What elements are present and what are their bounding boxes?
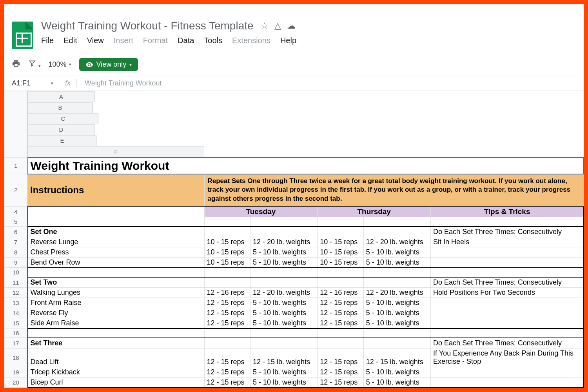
- cell[interactable]: [28, 206, 205, 217]
- cell[interactable]: 12 - 15 reps: [318, 348, 363, 367]
- cell[interactable]: [318, 227, 363, 237]
- cell-instructions-label[interactable]: Instructions: [28, 174, 205, 207]
- row-header[interactable]: 15: [4, 318, 28, 328]
- cell[interactable]: 12 - 20 lb. weights: [250, 287, 317, 298]
- cell[interactable]: 12 - 15 reps: [204, 298, 250, 308]
- col-header-B[interactable]: B: [28, 102, 93, 113]
- row-header[interactable]: 1: [4, 158, 28, 174]
- cell[interactable]: 12 - 15 reps: [204, 348, 250, 367]
- row-header[interactable]: 14: [4, 308, 28, 318]
- row-header[interactable]: 18: [4, 348, 28, 367]
- menu-edit[interactable]: Edit: [64, 36, 77, 45]
- row-header[interactable]: 12: [4, 287, 28, 298]
- cell[interactable]: [28, 328, 205, 338]
- cell[interactable]: [431, 377, 584, 388]
- row-header[interactable]: 9: [4, 257, 28, 268]
- cell[interactable]: 5 - 10 lb. weights: [250, 367, 317, 377]
- cell[interactable]: 12 - 15 reps: [318, 367, 363, 377]
- row-header[interactable]: 17: [4, 338, 28, 348]
- row-header[interactable]: 2: [4, 174, 28, 207]
- print-icon[interactable]: [12, 59, 20, 70]
- menu-format[interactable]: Format: [143, 36, 168, 45]
- cell[interactable]: [363, 328, 430, 338]
- row-header[interactable]: 6: [4, 227, 28, 237]
- name-box-dropdown-icon[interactable]: ▾: [51, 81, 53, 86]
- cell[interactable]: 12 - 15 reps: [204, 377, 250, 388]
- menu-insert[interactable]: Insert: [114, 36, 133, 45]
- cell[interactable]: [204, 227, 250, 237]
- cell-set-name[interactable]: Set Three: [28, 338, 205, 348]
- cell[interactable]: If You Experience Any Back Pain During T…: [431, 348, 584, 367]
- cell[interactable]: [431, 388, 584, 392]
- cell[interactable]: [431, 328, 584, 338]
- cell[interactable]: Bicep Curl: [28, 377, 205, 388]
- cell[interactable]: Hold Positions For Two Seconds: [431, 287, 584, 298]
- cell[interactable]: 5 - 10 lb. weights: [250, 308, 317, 318]
- menu-help[interactable]: Help: [280, 36, 296, 45]
- menu-view[interactable]: View: [87, 36, 104, 45]
- cell[interactable]: 10 - 15 reps: [204, 247, 250, 257]
- move-icon[interactable]: △: [274, 21, 281, 31]
- cell[interactable]: [431, 308, 584, 318]
- cell[interactable]: 5 - 10 lb. weights: [363, 377, 430, 388]
- cell[interactable]: [318, 328, 363, 338]
- cell[interactable]: 12 - 15 reps: [204, 367, 250, 377]
- cell[interactable]: 5 - 10 lb. weights: [363, 318, 430, 328]
- cell[interactable]: 12 - 16 reps: [318, 287, 363, 298]
- cell[interactable]: 5 - 10 lb. weights: [363, 308, 430, 318]
- spreadsheet-grid[interactable]: A B C D E F 1 Weight Training Workout 2 …: [4, 91, 584, 392]
- cell-tuesday-header[interactable]: Tuesday: [204, 206, 318, 217]
- select-all-corner[interactable]: [4, 91, 28, 158]
- cell[interactable]: [363, 388, 430, 392]
- cell-title[interactable]: Weight Training Workout: [28, 158, 584, 174]
- cell-tip[interactable]: Do Each Set Three Times; Consecutively: [431, 277, 584, 288]
- row-header[interactable]: 8: [4, 247, 28, 257]
- zoom-dropdown[interactable]: 100% ▾: [49, 60, 71, 69]
- menu-data[interactable]: Data: [178, 36, 194, 45]
- cell[interactable]: Sit In Heels: [431, 237, 584, 247]
- cell[interactable]: Dead Lift: [28, 348, 205, 367]
- col-header-E[interactable]: E: [28, 135, 96, 146]
- cell[interactable]: [204, 217, 250, 227]
- cell[interactable]: [250, 388, 317, 392]
- cell[interactable]: 12 - 15 lb. weights: [250, 348, 317, 367]
- menu-extensions[interactable]: Extensions: [232, 36, 270, 45]
- cell[interactable]: 12 - 15 reps: [204, 318, 250, 328]
- cell[interactable]: [250, 277, 317, 288]
- cell[interactable]: [431, 367, 584, 377]
- sheets-logo-icon[interactable]: [12, 22, 33, 49]
- cell-tip[interactable]: Do Each Set Three Times; Consecutively: [431, 227, 584, 237]
- cell[interactable]: 12 - 20 lb. weights: [363, 287, 430, 298]
- cell[interactable]: [318, 388, 363, 392]
- cell[interactable]: 10 - 15 reps: [318, 257, 363, 268]
- cell[interactable]: [363, 217, 430, 227]
- cell-tip[interactable]: Do Each Set Three Times; Consecutively: [431, 338, 584, 348]
- cell[interactable]: [431, 247, 584, 257]
- cell[interactable]: 10 - 15 reps: [204, 237, 250, 247]
- row-header[interactable]: 5: [4, 217, 28, 227]
- view-only-button[interactable]: View only ▾: [79, 58, 138, 71]
- cell[interactable]: [204, 388, 250, 392]
- cell-set-name[interactable]: Set Two: [28, 277, 205, 288]
- cell[interactable]: [204, 277, 250, 288]
- cell-set-name[interactable]: Set One: [28, 227, 205, 237]
- cell[interactable]: [204, 268, 250, 277]
- cell[interactable]: [318, 277, 363, 288]
- cell[interactable]: 10 - 15 reps: [318, 237, 363, 247]
- row-header[interactable]: 11: [4, 277, 28, 288]
- cell[interactable]: [363, 268, 430, 277]
- cell[interactable]: 5 - 10 lb. weights: [250, 257, 317, 268]
- row-header[interactable]: 10: [4, 268, 28, 277]
- cell[interactable]: Chest Press: [28, 247, 205, 257]
- row-header[interactable]: 16: [4, 328, 28, 338]
- cell[interactable]: 10 - 15 reps: [204, 257, 250, 268]
- cell[interactable]: [204, 338, 250, 348]
- row-header[interactable]: 21: [4, 388, 28, 392]
- cell[interactable]: [28, 388, 205, 392]
- cell[interactable]: [250, 227, 317, 237]
- cell[interactable]: 12 - 15 lb. weights: [363, 348, 430, 367]
- name-box[interactable]: A1:F1: [12, 79, 51, 87]
- cell[interactable]: [250, 217, 317, 227]
- filter-icon[interactable]: ▾: [28, 60, 41, 69]
- col-header-C[interactable]: C: [28, 113, 98, 124]
